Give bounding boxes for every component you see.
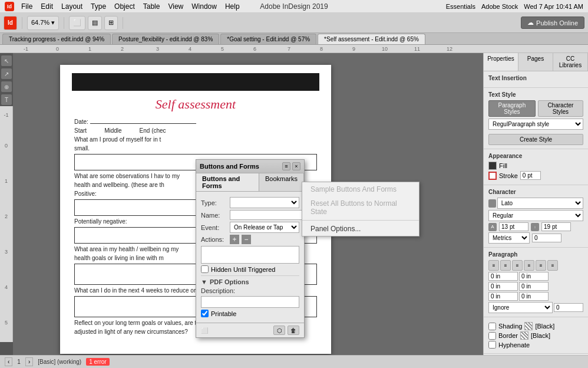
align-justify-all-btn[interactable]: ≡ bbox=[536, 260, 546, 271]
context-item-sample[interactable]: Sample Buttons And Forms bbox=[302, 182, 419, 196]
next-page-btn[interactable]: › bbox=[25, 357, 33, 366]
context-divider bbox=[302, 220, 419, 221]
align-center-btn[interactable]: ≡ bbox=[500, 260, 511, 271]
menu-table[interactable]: Table bbox=[143, 2, 160, 11]
description-row: Description: bbox=[201, 287, 299, 294]
shading-checkbox[interactable] bbox=[488, 323, 496, 330]
weight-select[interactable]: Regular bbox=[488, 210, 583, 221]
tool-type[interactable]: T bbox=[1, 94, 12, 105]
menu-object[interactable]: Object bbox=[114, 2, 135, 11]
modal-footer: ⬜ ⬡ 🗑 bbox=[196, 323, 304, 337]
toolbar-zoom[interactable]: 64.7% ▾ bbox=[27, 16, 59, 30]
actions-remove-btn[interactable]: − bbox=[242, 235, 251, 244]
space-before[interactable] bbox=[488, 282, 518, 291]
shading-pattern[interactable] bbox=[524, 322, 533, 330]
toolbar-mode[interactable]: ⬜ bbox=[69, 16, 85, 30]
panel-tab-properties[interactable]: Properties bbox=[484, 53, 518, 71]
tab-tracking[interactable]: Tracking progress - edit.indd @ 94% bbox=[2, 34, 111, 44]
align-right-btn[interactable]: ≡ bbox=[512, 260, 523, 271]
text-insertion-title: Text Insertion bbox=[488, 75, 583, 81]
tab-posture[interactable]: Posture_flexibility - edit.indd @ 83% bbox=[112, 34, 219, 44]
error-badge[interactable]: 1 error bbox=[86, 358, 109, 366]
adobe-stock-label[interactable]: Adobe Stock bbox=[481, 3, 518, 10]
tab-goal[interactable]: *Goal setting - Edit.indd @ 57% bbox=[220, 34, 316, 44]
create-style-btn[interactable]: Create Style bbox=[488, 134, 583, 145]
fill-color-swatch[interactable] bbox=[488, 162, 497, 170]
modal-footer-icon: ⬜ bbox=[201, 327, 208, 334]
type-select[interactable] bbox=[230, 197, 299, 208]
menu-file[interactable]: File bbox=[21, 2, 32, 11]
style-select[interactable]: RegulParagraph style bbox=[488, 119, 583, 130]
modal-delete-btn[interactable]: 🗑 bbox=[288, 326, 299, 335]
menu-help[interactable]: Help bbox=[225, 2, 240, 11]
left-indent[interactable] bbox=[488, 272, 518, 281]
modal-tab-buttons-forms[interactable]: Buttons and Forms bbox=[196, 173, 259, 191]
menu-view[interactable]: View bbox=[168, 2, 183, 11]
context-item-reset[interactable]: Reset All Buttons to Normal State bbox=[302, 196, 419, 219]
hidden-checkbox[interactable] bbox=[201, 265, 209, 273]
font-select[interactable]: Lato bbox=[497, 198, 583, 209]
border-pattern[interactable] bbox=[520, 331, 528, 340]
toolbar-app-icon: Id bbox=[4, 16, 17, 30]
modal-preview-btn[interactable]: ⬡ bbox=[273, 326, 285, 335]
space-after[interactable] bbox=[519, 282, 549, 291]
drop-cap-lines[interactable] bbox=[488, 292, 518, 301]
shading-color: [Black] bbox=[535, 323, 554, 330]
toolbar-arrange[interactable]: ⊞ bbox=[104, 16, 118, 30]
panel-tab-cc-libraries[interactable]: CC Libraries bbox=[553, 53, 588, 71]
context-item-panel-options[interactable]: Panel Options... bbox=[302, 222, 419, 236]
menu-layout[interactable]: Layout bbox=[61, 2, 82, 11]
ignore-val[interactable] bbox=[554, 303, 583, 312]
menu-type[interactable]: Type bbox=[91, 2, 106, 11]
align-toward-spine-btn[interactable]: ≡ bbox=[547, 260, 558, 271]
panel-tab-pages[interactable]: Pages bbox=[518, 53, 553, 71]
middle-label: Middle bbox=[104, 127, 121, 134]
name-input[interactable] bbox=[230, 210, 308, 220]
paragraph-section: Paragraph ≡ ≡ ≡ ≡ ≡ ≡ bbox=[484, 248, 588, 317]
toolbar-divider-2 bbox=[64, 17, 64, 29]
description-input[interactable] bbox=[201, 296, 299, 308]
character-styles-btn[interactable]: Character Styles bbox=[538, 100, 583, 117]
border-checkbox[interactable] bbox=[488, 332, 496, 340]
drop-cap-chars[interactable] bbox=[519, 292, 549, 301]
leading-input[interactable] bbox=[541, 222, 571, 231]
kerning-input[interactable] bbox=[532, 234, 561, 242]
buttons-forms-modal: Buttons and Forms ≡ × Buttons and Forms … bbox=[196, 159, 305, 338]
printable-checkbox[interactable] bbox=[201, 310, 209, 317]
stroke-value-input[interactable] bbox=[520, 171, 541, 180]
hyphenate-checkbox[interactable] bbox=[488, 341, 496, 349]
modal-close-btn[interactable]: × bbox=[292, 162, 300, 170]
border-row: Border [Black] bbox=[488, 331, 583, 340]
prev-page-btn[interactable]: ‹ bbox=[5, 357, 12, 366]
stroke-color-swatch[interactable] bbox=[488, 172, 497, 180]
essentials-label[interactable]: Essentials bbox=[446, 3, 475, 10]
menu-edit[interactable]: Edit bbox=[41, 2, 53, 11]
menu-window[interactable]: Window bbox=[191, 2, 217, 11]
date-input-line bbox=[90, 117, 196, 124]
tool-gap[interactable]: ⊕ bbox=[1, 81, 12, 92]
doc-header-bar bbox=[72, 73, 319, 91]
publish-label: Publish Online bbox=[536, 19, 578, 27]
right-indent[interactable] bbox=[519, 272, 549, 281]
publish-online-button[interactable]: ☁ Publish Online bbox=[521, 17, 584, 29]
toolbar-screen[interactable]: ▤ bbox=[88, 16, 102, 30]
document-tabs-bar: Tracking progress - edit.indd @ 94% Post… bbox=[0, 33, 588, 45]
text-style-section: Text Style Paragraph Styles Character St… bbox=[484, 88, 588, 149]
modal-tabs: Buttons and Forms Bookmarks bbox=[196, 173, 304, 192]
ignore-select[interactable]: Ignore bbox=[488, 302, 553, 313]
align-justify-btn[interactable]: ≡ bbox=[524, 260, 534, 271]
modal-tab-bookmarks[interactable]: Bookmarks bbox=[259, 173, 304, 191]
font-size-input[interactable] bbox=[499, 222, 528, 231]
actions-add-btn[interactable]: + bbox=[230, 235, 239, 244]
tool-direct-select[interactable]: ↗ bbox=[1, 68, 12, 79]
tab-selfassessment[interactable]: *Self assessment - Edit.indd @ 65% bbox=[318, 34, 425, 44]
tool-select[interactable]: ↖ bbox=[1, 55, 12, 66]
align-left-btn[interactable]: ≡ bbox=[488, 260, 499, 271]
metrics-select[interactable]: Metrics bbox=[488, 232, 530, 244]
hidden-checkbox-row: Hidden Until Triggered bbox=[201, 265, 299, 273]
event-select[interactable]: On Release or Tap bbox=[230, 222, 299, 233]
paragraph-styles-btn[interactable]: Paragraph Styles bbox=[488, 100, 536, 117]
tab-label: Posture_flexibility - edit.indd @ 83% bbox=[118, 36, 213, 42]
modal-options-btn[interactable]: ≡ bbox=[282, 162, 290, 170]
space-row bbox=[488, 282, 583, 291]
